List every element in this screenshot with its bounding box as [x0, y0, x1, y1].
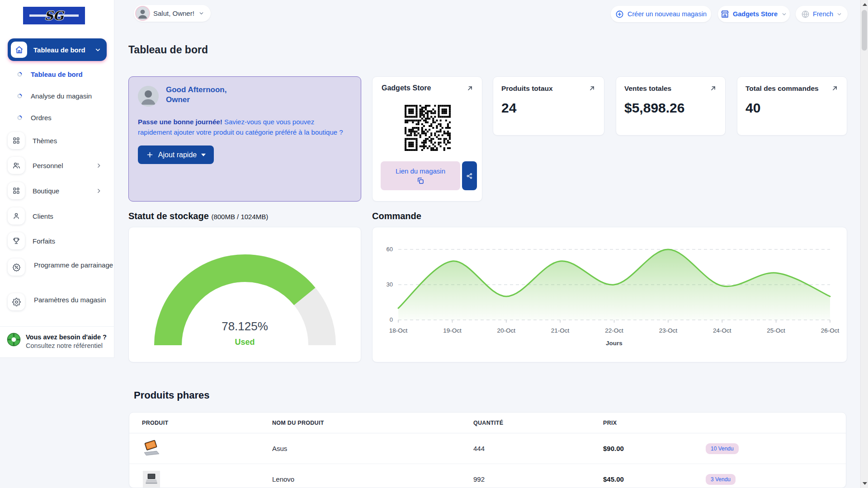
- share-button[interactable]: [462, 161, 477, 190]
- sidebar-item-parametres-du-magasin[interactable]: Paramètres du magasin: [8, 293, 108, 321]
- grid-icon: [8, 182, 25, 199]
- orders-chart-card: 0306018-Oct19-Oct20-Oct21-Oct22-Oct23-Oc…: [372, 227, 847, 362]
- svg-text:19-Oct: 19-Oct: [443, 327, 462, 334]
- chevron-right-icon: [96, 188, 102, 194]
- chevron-down-icon: [781, 11, 787, 17]
- home-icon: [11, 42, 27, 58]
- storage-used-label: Used: [129, 338, 361, 347]
- sidebar-item-programme-de-parrainage[interactable]: Programme de parrainage: [8, 258, 108, 286]
- sidebar-item-themes[interactable]: Thèmes: [8, 132, 108, 149]
- scroll-up-icon[interactable]: [863, 3, 867, 6]
- loader-circle-icon: [17, 94, 22, 99]
- quick-add-button[interactable]: Ajout rapide: [138, 145, 214, 164]
- loader-circle-icon: [17, 72, 22, 77]
- sidebar-subitem-ordres[interactable]: Ordres: [17, 112, 52, 123]
- share-icon: [466, 173, 473, 179]
- store-link-button[interactable]: Lien du magasin: [381, 161, 460, 190]
- help-section[interactable]: Vous avez besoin d'aide ? Consultez notr…: [0, 326, 114, 358]
- store-card-title: Gadgets Store: [382, 84, 431, 92]
- products-table: PRODUITNOM DU PRODUITQUANTITÉPRIX Asus44…: [129, 412, 846, 488]
- store-qr-card: Gadgets Store Lien du magasin: [372, 76, 482, 202]
- user-avatar: [136, 7, 149, 20]
- table-header-row: PRODUITNOM DU PRODUITQUANTITÉPRIX: [129, 413, 846, 433]
- caret-down-icon: [201, 154, 206, 156]
- scroll-down-icon[interactable]: [863, 482, 867, 485]
- sold-badge: 3 Vendu: [706, 474, 736, 485]
- plus-circle-icon: [615, 10, 624, 19]
- grid-icon: [8, 132, 25, 149]
- loader-circle-icon: [17, 115, 22, 120]
- chevron-down-icon: [94, 47, 101, 53]
- storage-gauge-card: 78.125% Used: [128, 227, 361, 362]
- lifebuoy-icon: [7, 333, 21, 347]
- product-image: [142, 439, 272, 458]
- sidebar-item-tableau-de-bord[interactable]: Tableau de bord: [8, 38, 107, 61]
- copy-icon: [416, 177, 425, 185]
- store-qr-code: [405, 105, 451, 151]
- svg-text:30: 30: [387, 281, 393, 288]
- plus-icon: [146, 151, 154, 159]
- stat-card-total-commandes: Total des commandes 40: [737, 76, 847, 136]
- logo-monogram: SG: [44, 9, 64, 23]
- stat-card-ventes-totales: Ventes totales $5,898.26: [616, 76, 726, 136]
- gear-icon: [8, 293, 25, 310]
- product-name: Asus: [272, 445, 473, 452]
- chevron-right-icon: [96, 163, 102, 169]
- table-row: Asus444$90.0010 Vendu: [129, 433, 846, 464]
- stat-value: 24: [501, 100, 516, 116]
- arrow-up-right-icon[interactable]: [831, 84, 839, 92]
- product-quantity: 992: [473, 475, 603, 483]
- svg-text:21-Oct: 21-Oct: [551, 327, 570, 334]
- table-header-cell: NOM DU PRODUIT: [272, 420, 473, 426]
- store-selector[interactable]: Gadgets Store: [718, 6, 790, 22]
- create-store-button[interactable]: Créer un nouveau magasin: [611, 6, 711, 22]
- product-quantity: 444: [473, 445, 603, 452]
- store-logo[interactable]: SG: [23, 7, 85, 24]
- orders-area-chart: 0306018-Oct19-Oct20-Oct21-Oct22-Oct23-Oc…: [373, 227, 848, 363]
- storage-percent: 78.125%: [129, 319, 361, 333]
- product-price: $45.00: [603, 475, 706, 483]
- product-price: $90.00: [603, 445, 706, 452]
- sidebar: SG Tableau de bord Tableau de bord Analy…: [0, 0, 114, 358]
- svg-text:26-Oct: 26-Oct: [821, 327, 840, 334]
- sidebar-subitem-tableau-de-bord[interactable]: Tableau de bord: [17, 68, 83, 80]
- arrow-up-right-icon[interactable]: [588, 84, 596, 92]
- svg-text:60: 60: [387, 246, 393, 253]
- product-image: [142, 470, 272, 488]
- svg-text:23-Oct: 23-Oct: [659, 327, 678, 334]
- products-heading: Produits phares: [134, 389, 209, 401]
- chevron-down-icon: [836, 11, 842, 17]
- product-name: Lenovo: [272, 475, 473, 483]
- scrollbar-thumb[interactable]: [862, 10, 867, 51]
- greeting-card: Good Afternoon, Owner Passe une bonne jo…: [128, 76, 361, 202]
- sidebar-item-clients[interactable]: Clients: [8, 207, 108, 225]
- stat-value: $5,898.26: [624, 100, 684, 116]
- vertical-scrollbar[interactable]: [860, 0, 868, 488]
- storage-section-title: Statut de stockage (800MB / 1024MB): [128, 211, 268, 221]
- table-row: Lenovo992$45.003 Vendu: [129, 464, 846, 488]
- sidebar-item-personnel[interactable]: Personnel: [8, 157, 108, 174]
- user-icon: [8, 207, 25, 225]
- sidebar-item-forfaits[interactable]: Forfaits: [8, 232, 108, 249]
- language-selector[interactable]: French: [796, 6, 848, 22]
- svg-text:20-Oct: 20-Oct: [497, 327, 516, 334]
- sidebar-item-boutique[interactable]: Boutique: [8, 182, 108, 199]
- stat-value: 40: [745, 100, 760, 116]
- svg-text:25-Oct: 25-Oct: [767, 327, 785, 334]
- svg-text:18-Oct: 18-Oct: [389, 327, 408, 334]
- owner-avatar: [138, 86, 159, 107]
- sidebar-subitem-analyse-du-magasin[interactable]: Analyse du magasin: [17, 90, 92, 102]
- help-subtitle: Consultez notre référentiel: [26, 342, 107, 349]
- storefront-icon: [721, 10, 729, 19]
- arrow-up-right-icon[interactable]: [466, 84, 474, 92]
- svg-text:0: 0: [390, 316, 393, 323]
- page-title: Tableau de bord: [128, 44, 208, 56]
- svg-text:Jours: Jours: [606, 340, 623, 347]
- table-header-cell: QUANTITÉ: [473, 420, 603, 426]
- arrow-up-right-icon[interactable]: [709, 84, 717, 92]
- user-greeting-chip[interactable]: Salut, Owner!: [134, 5, 211, 22]
- products-table-body: Asus444$90.0010 VenduLenovo992$45.003 Ve…: [129, 433, 846, 488]
- sold-badge: 10 Vendu: [706, 443, 739, 454]
- users-icon: [8, 157, 25, 174]
- help-title: Vous avez besoin d'aide ?: [26, 333, 107, 342]
